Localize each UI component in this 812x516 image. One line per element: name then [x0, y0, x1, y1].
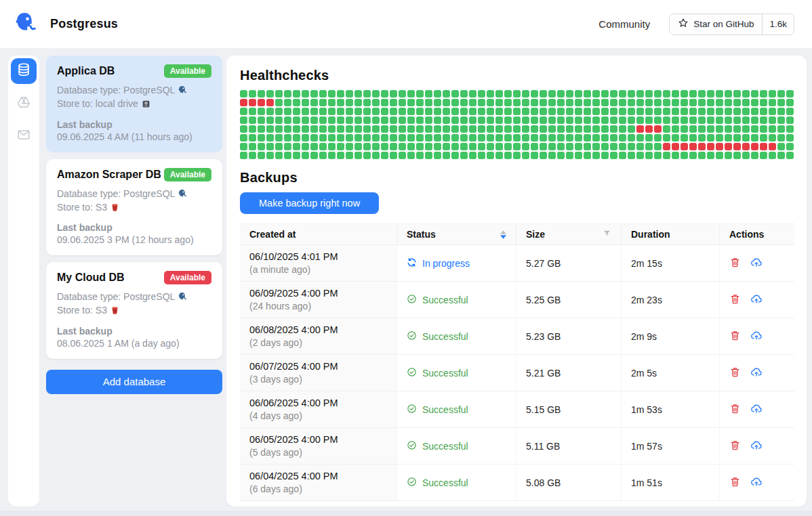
delete-backup-button[interactable] [729, 439, 741, 453]
healthcheck-cell-ok [249, 90, 256, 98]
github-star-button[interactable]: Star on GitHub [670, 14, 762, 35]
healthcheck-cell-ok [777, 134, 785, 142]
healthcheck-cell-ok [328, 143, 336, 150]
healthcheck-cell-ok [381, 90, 388, 98]
delete-backup-button[interactable] [729, 330, 741, 343]
healthcheck-cell-ok [293, 125, 300, 133]
healthcheck-cell-ok [672, 125, 679, 133]
actions-cell [720, 282, 794, 318]
healthcheck-cell-ok [284, 143, 291, 150]
healthcheck-cell-ok [478, 143, 485, 150]
delete-backup-button[interactable] [729, 366, 741, 380]
healthcheck-cell-ok [663, 108, 670, 115]
check-circle-icon [407, 367, 417, 379]
healthcheck-cell-ok [610, 143, 617, 150]
size-cell: 5.11 GB [516, 428, 622, 464]
healthcheck-cell-ok [584, 152, 591, 159]
delete-backup-button[interactable] [729, 293, 741, 307]
database-card[interactable]: My Cloud DBAvailableDatabase type: Postg… [46, 262, 222, 359]
delete-backup-button[interactable] [729, 257, 741, 270]
column-header-size[interactable]: Size [516, 224, 622, 244]
healthcheck-cell-ok [363, 134, 371, 142]
healthcheck-cell-ok [513, 143, 521, 150]
healthcheck-cell-ok [636, 116, 644, 124]
created-at-cell: 06/07/2025 4:00 PM(3 days ago) [240, 355, 397, 391]
healthcheck-cell-ok [636, 90, 644, 98]
healthcheck-cell-ok [399, 125, 406, 133]
healthcheck-cell-ok [540, 116, 547, 124]
healthcheck-cell-ok [760, 99, 767, 106]
healthcheck-cell-ok [769, 125, 776, 133]
healthcheck-cell-ok [354, 108, 362, 115]
healthcheck-cell-ok [707, 99, 714, 106]
cloud-upload-icon [750, 256, 763, 270]
sidebar-item-databases[interactable] [11, 58, 37, 84]
column-header-created-at[interactable]: Created at [240, 224, 397, 244]
column-header-status[interactable]: Status [397, 224, 516, 244]
healthcheck-cell-ok [698, 125, 706, 133]
healthcheck-cell-ok [725, 99, 732, 106]
sync-icon [407, 257, 417, 270]
healthcheck-cell-ok [451, 99, 459, 106]
healthcheck-cell-ok [786, 152, 794, 159]
filter-icon[interactable] [603, 229, 611, 240]
healthcheck-cell-ok [346, 108, 353, 115]
sort-icon[interactable] [500, 230, 506, 239]
healthcheck-cell-ok [689, 99, 697, 106]
restore-backup-button[interactable] [750, 439, 763, 453]
check-circle-icon [407, 440, 417, 452]
healthcheck-cell-ok [328, 99, 336, 106]
github-star-widget[interactable]: Star on GitHub 1.6k [669, 14, 794, 35]
healthcheck-cell-ok [434, 116, 441, 124]
sidebar-item-storage[interactable] [11, 91, 37, 116]
healthcheck-cell-ok [575, 143, 582, 150]
healthcheck-cell-ok [407, 90, 415, 98]
healthcheck-cell-ok [663, 116, 670, 124]
healthcheck-cell-failed [725, 143, 732, 150]
sidebar-item-notifications[interactable] [11, 123, 37, 149]
duration-value: 2m 9s [631, 331, 710, 342]
healthcheck-cell-ok [628, 116, 635, 124]
healthcheck-cell-ok [469, 134, 476, 142]
healthcheck-cell-ok [434, 90, 441, 98]
add-database-button[interactable]: Add database [46, 370, 222, 394]
healthcheck-cell-ok [240, 143, 247, 150]
actions-cell [720, 318, 794, 354]
restore-backup-button[interactable] [750, 256, 763, 270]
healthcheck-cell-ok [293, 143, 300, 150]
restore-backup-button[interactable] [750, 329, 763, 343]
postgresql-elephant-icon [178, 290, 188, 303]
backups-title: Backups [240, 170, 793, 186]
healthchecks-title: Healthchecks [240, 68, 793, 83]
created-at-value: 06/09/2025 4:00 PM [249, 288, 387, 299]
database-name: My Cloud DB [57, 272, 125, 284]
google-drive-icon [16, 95, 31, 112]
delete-backup-button[interactable] [729, 403, 741, 416]
community-link[interactable]: Community [598, 18, 650, 30]
database-card[interactable]: Amazon Scraper DBAvailableDatabase type:… [46, 159, 222, 256]
table-row: 06/08/2025 4:00 PM(2 days ago)Successful… [240, 318, 794, 355]
healthcheck-cell-ok [487, 134, 494, 142]
size-value: 5.11 GB [526, 441, 611, 452]
database-card[interactable]: Applica DBAvailableDatabase type: Postgr… [46, 56, 222, 152]
healthcheck-cell-ok [592, 125, 600, 133]
restore-backup-button[interactable] [750, 366, 763, 380]
restore-backup-button[interactable] [750, 293, 763, 307]
status-label: Successful [422, 295, 468, 305]
healthcheck-cell-ok [645, 90, 653, 98]
created-at-cell: 06/05/2025 4:00 PM(5 days ago) [240, 428, 397, 464]
make-backup-button[interactable]: Make backup right now [240, 192, 379, 214]
healthcheck-cell-ok [628, 152, 635, 159]
restore-backup-button[interactable] [750, 402, 763, 416]
size-value: 5.08 GB [526, 477, 611, 488]
healthcheck-cell-ok [610, 134, 617, 142]
healthcheck-cell-ok [363, 116, 371, 124]
healthcheck-cell-ok [786, 125, 794, 133]
healthcheck-cell-ok [531, 99, 538, 106]
database-name: Applica DB [57, 65, 115, 77]
restore-backup-button[interactable] [750, 475, 763, 490]
healthcheck-cell-ok [275, 116, 283, 124]
github-star-count[interactable]: 1.6k [762, 14, 794, 35]
delete-backup-button[interactable] [729, 476, 741, 490]
healthcheck-cell-ok [469, 90, 476, 98]
